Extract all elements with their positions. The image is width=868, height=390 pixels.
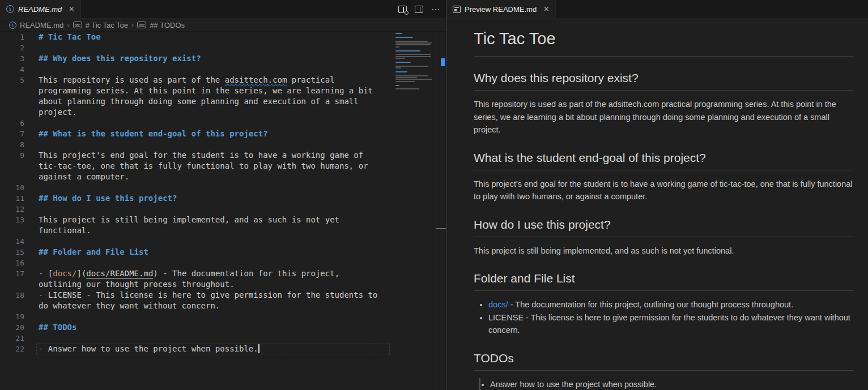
editor-line[interactable]: 4 [0, 64, 446, 75]
line-number[interactable]: 16 [0, 258, 24, 268]
minimap-bar [395, 42, 432, 44]
token: ## How do I use this project? [39, 194, 177, 203]
code-text: project. [39, 107, 76, 118]
token: ## TODOs [39, 323, 76, 332]
line-number[interactable]: 1 [0, 32, 24, 42]
token: - [39, 269, 48, 278]
editor-line[interactable]: 9This project's end goal for the student… [0, 150, 446, 161]
line-number[interactable]: 9 [0, 150, 24, 161]
line-number[interactable] [0, 301, 24, 311]
line-number[interactable]: 12 [0, 204, 24, 215]
editor-line[interactable]: 8 [0, 139, 446, 150]
editor-line[interactable]: 19 [0, 311, 446, 322]
line-number[interactable]: 20 [0, 322, 24, 333]
tab-preview-readme[interactable]: Preview README.md ✕ [446, 0, 556, 18]
line-number[interactable]: 17 [0, 268, 24, 279]
editor-line[interactable]: 13This project is still being implemente… [0, 215, 446, 225]
line-number[interactable]: 18 [0, 290, 24, 301]
minimap-bar [395, 44, 431, 45]
editor-line[interactable]: about planning through doing some planni… [0, 96, 446, 107]
token: This repository is used as part of the [39, 75, 225, 84]
line-number[interactable] [0, 225, 24, 236]
editor-line[interactable]: 10 [0, 182, 446, 193]
editor-line[interactable]: 18- LICENSE - This license is here to gi… [0, 290, 446, 301]
preview-link[interactable]: docs/ [488, 300, 508, 309]
token: programming series. At this point in the… [39, 86, 373, 95]
breadcrumb-heading1[interactable]: # Tic Tac Toe [86, 21, 128, 29]
code-text: about planning through doing some planni… [39, 96, 359, 107]
editor-line[interactable]: 5This repository is used as part of the … [0, 75, 446, 85]
line-number[interactable]: 5 [0, 75, 24, 85]
editor-line[interactable]: against a computer. [0, 172, 446, 182]
editor-line[interactable]: 14 [0, 236, 446, 247]
editor-line[interactable]: do whatever they want without concern. [0, 301, 446, 311]
editor-line[interactable]: functional. [0, 225, 446, 236]
editor-lines: 1# Tic Tac Toe23## Why does this reposit… [0, 32, 446, 354]
close-icon[interactable]: ✕ [543, 6, 549, 12]
line-number[interactable]: 6 [0, 118, 24, 128]
minimap-bar [395, 56, 431, 57]
editor-line[interactable]: 1# Tic Tac Toe [0, 32, 446, 42]
editor-line[interactable]: 15## Folder and File List [0, 247, 446, 258]
minimap-bar [395, 85, 399, 86]
line-number[interactable]: 7 [0, 128, 24, 139]
line-number[interactable]: 22 [0, 344, 24, 354]
chevron-right-icon: › [131, 21, 134, 29]
editor-line[interactable]: 20## TODOs [0, 322, 446, 333]
breadcrumb-file[interactable]: README.md [20, 21, 63, 29]
line-number[interactable] [0, 96, 24, 107]
tab-readme[interactable]: i README.md ✕ [0, 0, 81, 18]
editor-line[interactable]: project. [0, 107, 446, 118]
editor-line[interactable]: 22- Answer how to use the project when p… [0, 344, 446, 354]
close-icon[interactable]: ✕ [69, 6, 74, 12]
line-number[interactable]: 2 [0, 42, 24, 53]
token: ) [153, 269, 158, 278]
line-number[interactable] [0, 279, 24, 290]
line-number[interactable] [0, 85, 24, 96]
code-text: ## Why does this repository exist? [39, 53, 201, 64]
editor-line[interactable]: 12 [0, 204, 446, 215]
token: ## Folder and File List [39, 247, 148, 256]
preview-group: Preview README.md ✕ Tic Tac ToeWhy does … [446, 0, 868, 390]
token: tic-tac-toe, one that is fully functiona… [39, 161, 368, 170]
editor-line[interactable]: programming series. At this point in the… [0, 85, 446, 96]
line-number[interactable]: 21 [0, 333, 24, 344]
minimap-bar [395, 46, 399, 48]
line-number[interactable]: 3 [0, 53, 24, 64]
line-number[interactable] [0, 107, 24, 118]
line-number[interactable] [0, 161, 24, 172]
minimap[interactable] [395, 33, 435, 91]
token: - The documentation for this project, [158, 269, 339, 278]
editor-line[interactable]: 3## Why does this repository exist? [0, 53, 446, 64]
line-number[interactable]: 8 [0, 139, 24, 150]
markdown-preview[interactable]: Tic Tac ToeWhy does this repository exis… [446, 19, 868, 390]
code-text: ## What is the student end-goal of this … [39, 128, 268, 139]
line-number[interactable]: 19 [0, 311, 24, 322]
editor-line[interactable]: 2 [0, 42, 446, 53]
line-number[interactable]: 14 [0, 236, 24, 247]
editor-line[interactable]: 6 [0, 118, 446, 128]
editor-line[interactable]: 17- [docs/](docs/README.md) - The docume… [0, 268, 446, 279]
info-icon: i [9, 22, 16, 29]
open-preview-side-icon[interactable] [398, 6, 407, 13]
line-number[interactable]: 11 [0, 193, 24, 204]
line-number[interactable] [0, 172, 24, 182]
preview-paragraph: This project is still being implemented,… [474, 245, 853, 258]
more-actions-icon[interactable]: ⋯ [431, 5, 440, 14]
editor-line[interactable]: 11## How do I use this project? [0, 193, 446, 204]
line-number[interactable]: 13 [0, 215, 24, 225]
editor-line[interactable]: tic-tac-toe, one that is fully functiona… [0, 161, 446, 172]
line-number[interactable]: 15 [0, 247, 24, 258]
line-number[interactable]: 10 [0, 182, 24, 193]
editor-line[interactable]: 21 [0, 333, 446, 344]
split-editor-icon[interactable] [415, 6, 423, 13]
editor-line[interactable]: 7## What is the student end-goal of this… [0, 128, 446, 139]
editor-line[interactable]: 16 [0, 258, 446, 268]
text-editor[interactable]: 1# Tic Tac Toe23## Why does this reposit… [0, 32, 446, 390]
editor-line[interactable]: outlining our thought process throughout… [0, 279, 446, 290]
minimap-bar [395, 62, 411, 63]
code-text: outlining our thought process throughout… [39, 279, 235, 290]
line-number[interactable]: 4 [0, 64, 24, 75]
token: against a computer. [39, 172, 129, 181]
breadcrumb-heading2[interactable]: ## TODOs [150, 21, 185, 29]
